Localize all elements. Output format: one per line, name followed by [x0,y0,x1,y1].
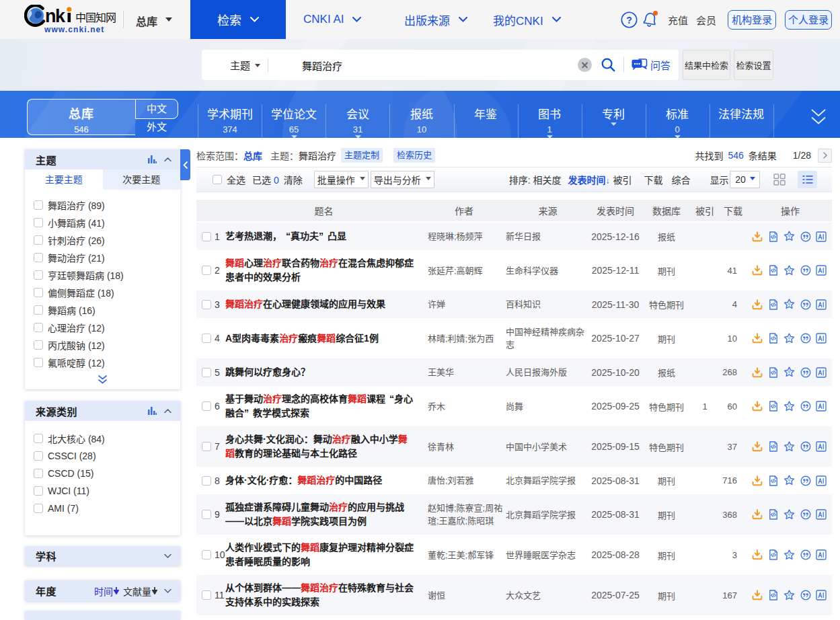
svg-text:?: ? [626,14,632,25]
svg-text:中国知网: 中国知网 [75,12,116,24]
svg-text:www.cnki.net: www.cnki.net [44,25,104,34]
svg-text:nk: nk [45,6,66,26]
